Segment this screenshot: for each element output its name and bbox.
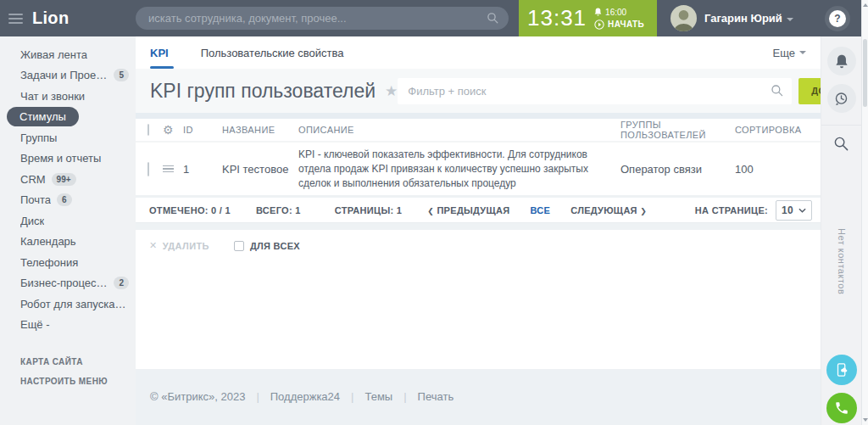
bell-icon (594, 8, 602, 16)
per-page-select[interactable]: 10 (776, 200, 812, 221)
rail-divider (821, 125, 861, 126)
global-search (136, 7, 509, 30)
next-page-link[interactable]: СЛЕДУЮЩАЯ ❯ (570, 205, 647, 215)
filter-search-input[interactable] (398, 78, 792, 104)
table-row: 1 KPI тестовое KPI - ключевой показатель… (136, 143, 821, 195)
page-footer: © «Битрикс», 2023 | Поддержка24 | Темы |… (136, 369, 821, 425)
tabs-more-button[interactable]: Еще (773, 47, 806, 59)
for-all-control: ДЛЯ ВСЕХ (234, 241, 300, 251)
counter-badge: 6 (57, 193, 72, 206)
group-actions-row: ✕ УДАЛИТЬ ДЛЯ ВСЕХ (136, 230, 821, 259)
counter-badge: 5 (114, 69, 129, 81)
top-bar: Lion 13:31 16:00 (0, 0, 861, 36)
start-workday-button[interactable]: НАЧАТЬ (594, 20, 644, 30)
mobile-app-button[interactable] (826, 355, 857, 385)
rail-search-button[interactable] (833, 136, 849, 155)
cell-name[interactable]: KPI тестовое (222, 163, 298, 176)
worktime-button[interactable] (827, 84, 856, 113)
bell-icon (835, 54, 849, 69)
sidebar-item-chat-calls[interactable]: Чат и звонки (0, 86, 136, 107)
column-header-description[interactable]: ОПИСАНИЕ (298, 125, 620, 135)
row-menu-icon[interactable] (163, 165, 174, 173)
column-header-name[interactable]: НАЗВАНИЕ (222, 125, 298, 135)
cell-groups: Оператор связи (620, 163, 735, 176)
app-logo[interactable]: Lion (32, 8, 69, 28)
user-menu[interactable]: Гагарин Юрий (704, 12, 793, 25)
sidebar-item-live-feed[interactable]: Живая лента (0, 44, 136, 65)
global-search-input[interactable] (136, 7, 509, 30)
menu-hamburger-icon[interactable] (8, 14, 23, 24)
sidebar-item-business-processes[interactable]: Бизнес-процессы2 (0, 273, 136, 294)
phone-icon (834, 400, 849, 416)
cell-id: 1 (183, 163, 222, 176)
sidebar-item-calendar[interactable]: Календарь (0, 232, 136, 253)
user-avatar[interactable] (670, 5, 697, 31)
sidebar-item-time-reports[interactable]: Время и отчеты (0, 148, 136, 170)
content-empty-area (136, 259, 821, 369)
footer-link-support[interactable]: Поддержка24 (270, 390, 340, 403)
search-icon[interactable] (771, 84, 784, 98)
configure-menu-link[interactable]: НАСТРОИТЬ МЕНЮ (0, 372, 136, 391)
chevron-down-icon (799, 51, 806, 54)
help-button[interactable]: ? (825, 6, 850, 31)
sidebar-item-robot[interactable]: Робот для запуска бизн... (0, 294, 136, 315)
main-content: KPI Пользовательские свойства Еще KPI гр… (136, 36, 821, 425)
all-pages-link[interactable]: ВСЕ (530, 205, 550, 215)
row-checkbox[interactable] (147, 162, 149, 176)
footer-link-print[interactable]: Печать (418, 390, 454, 403)
notifications-button[interactable] (827, 47, 856, 75)
cell-description: KPI - ключевой показатель эффективности.… (298, 148, 620, 190)
play-icon (594, 20, 604, 30)
smartphone-cloud-icon (834, 362, 849, 377)
scrollbar-thumb[interactable] (863, 39, 867, 107)
rail-bottom (826, 355, 857, 425)
left-sidebar: Живая лента Задачи и Проекты5 Чат и звон… (0, 36, 136, 425)
select-all-checkbox[interactable] (147, 124, 149, 136)
for-all-checkbox[interactable] (234, 241, 244, 251)
sidebar-item-groups[interactable]: Группы (0, 127, 136, 148)
tab-bar: KPI Пользовательские свойства Еще (136, 36, 821, 69)
favorite-star-icon[interactable]: ★ (385, 82, 398, 100)
delete-button[interactable]: ✕ УДАЛИТЬ (149, 240, 209, 251)
no-contacts-label: Нет контактов (837, 228, 847, 294)
tab-user-properties[interactable]: Пользовательские свойства (201, 36, 344, 69)
sidebar-item-tasks-projects[interactable]: Задачи и Проекты5 (0, 65, 136, 87)
row-menu-cell (163, 165, 183, 173)
column-header-sort[interactable]: СОРТИРОВКА (735, 125, 821, 135)
column-header-id[interactable]: ID (183, 125, 222, 135)
avatar-image (670, 5, 697, 31)
sidebar-item-mail[interactable]: Почта6 (0, 190, 136, 211)
close-icon: ✕ (149, 240, 158, 251)
cell-sort: 100 (735, 163, 821, 176)
checked-count: ОТМЕЧЕНО: 0 / 1 (149, 205, 231, 215)
search-icon (833, 136, 849, 152)
header-gear-cell: ⚙ (163, 124, 183, 136)
scroll-down-arrow[interactable] (863, 418, 868, 422)
call-button[interactable] (826, 393, 857, 423)
timeman-widget[interactable]: 13:31 16:00 НАЧАТЬ (519, 0, 657, 36)
tab-kpi[interactable]: KPI (150, 36, 169, 69)
clock-bubble-icon (833, 91, 849, 107)
counter-badge: 99+ (52, 173, 76, 186)
chevron-left-icon: ❮ (427, 207, 434, 215)
header-checkbox-cell (136, 125, 163, 135)
sidebar-item-more[interactable]: Ещё - (0, 315, 136, 336)
sidebar-item-incentives[interactable]: Стимулы (0, 107, 136, 128)
grid-settings-gear-icon[interactable]: ⚙ (163, 124, 174, 136)
filter-search (398, 78, 792, 104)
sidebar-bottom: КАРТА САЙТА НАСТРОИТЬ МЕНЮ (0, 352, 136, 391)
total-count: ВСЕГО: 1 (256, 205, 301, 215)
right-rail: Нет контактов (821, 36, 861, 425)
sitemap-link[interactable]: КАРТА САЙТА (0, 352, 136, 372)
column-header-groups[interactable]: ГРУППЫ ПОЛЬЗОВАТЕЛЕЙ (620, 120, 735, 140)
question-icon: ? (829, 10, 846, 27)
prev-page-link[interactable]: ❮ ПРЕДЫДУЩАЯ (427, 205, 509, 215)
scroll-up-arrow[interactable] (863, 3, 868, 7)
sidebar-item-telephony[interactable]: Телефония (0, 252, 136, 273)
pagination-bar: ОТМЕЧЕНО: 0 / 1 ВСЕГО: 1 СТРАНИЦЫ: 1 ❮ П… (136, 198, 821, 223)
footer-link-themes[interactable]: Темы (364, 390, 392, 403)
sidebar-item-disk[interactable]: Диск (0, 210, 136, 232)
work-end-time: 16:00 (594, 8, 644, 17)
vertical-scrollbar[interactable] (861, 0, 868, 425)
sidebar-item-crm[interactable]: CRM99+ (0, 169, 136, 190)
